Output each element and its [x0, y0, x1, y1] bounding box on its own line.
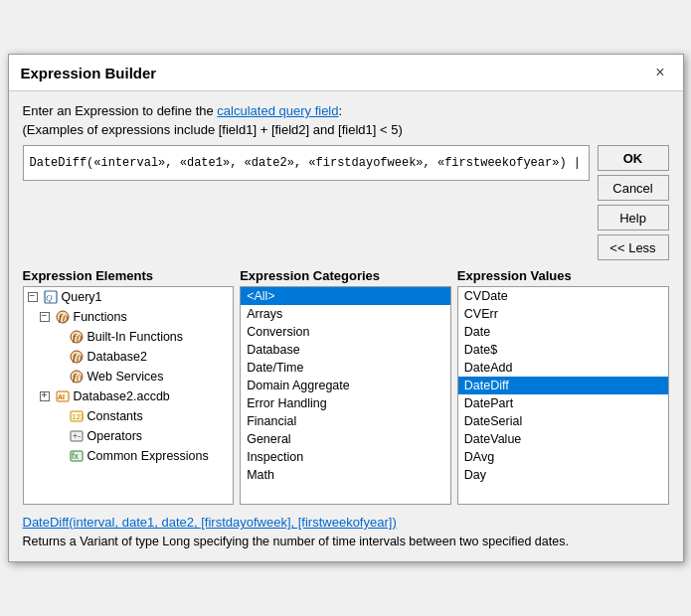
expression-row: OK Cancel Help << Less	[23, 145, 669, 260]
item-label: Operators	[87, 429, 143, 443]
instruction-suffix: :	[339, 103, 343, 118]
svg-text:AI: AI	[58, 393, 65, 400]
panels-row: Expression Elements Q Query1 f(	[23, 268, 669, 505]
item-label: Database2	[87, 350, 147, 364]
value-item[interactable]: DatePart	[458, 394, 668, 412]
constants-icon: 123	[69, 408, 85, 424]
item-label: Database2.accdb	[74, 389, 170, 403]
tree-item-common-expressions[interactable]: fx Common Expressions	[24, 446, 234, 466]
category-item[interactable]: Database	[241, 341, 450, 359]
help-button[interactable]: Help	[598, 205, 669, 231]
item-label: Built-In Functions	[87, 330, 184, 344]
svg-text:(): ()	[77, 334, 83, 343]
tree-item-web-services[interactable]: f() Web Services	[24, 367, 234, 386]
category-item[interactable]: Date/Time	[241, 359, 450, 377]
values-panel-title: Expression Values	[457, 268, 669, 283]
item-label: Functions	[74, 310, 127, 324]
expression-builder-dialog: Expression Builder × Enter an Expression…	[8, 54, 684, 562]
svg-text:(): ()	[63, 314, 69, 323]
expression-values-panel: Expression Values CVDateCVErrDateDate$Da…	[457, 268, 669, 505]
value-item[interactable]: Date$	[458, 341, 668, 359]
category-item[interactable]: Domain Aggregate	[241, 377, 450, 394]
tree-item-database2-func[interactable]: f() Database2	[24, 347, 234, 367]
tree-item-functions[interactable]: f() Functions	[24, 307, 234, 327]
builtin-func-icon: f()	[69, 329, 85, 345]
function-signature[interactable]: DateDiff(interval, date1, date2, [firstd…	[23, 515, 669, 530]
expression-elements-panel: Expression Elements Q Query1 f(	[23, 268, 235, 505]
category-item[interactable]: Arrays	[241, 305, 450, 323]
tree-item-database2-accdb[interactable]: AI Database2.accdb	[24, 386, 234, 406]
cancel-button[interactable]: Cancel	[598, 175, 669, 201]
svg-text:Q: Q	[46, 293, 53, 303]
value-item[interactable]: DateValue	[458, 430, 668, 448]
value-item[interactable]: CVErr	[458, 305, 668, 323]
function-description: Returns a Variant of type Long specifyin…	[23, 534, 669, 551]
collapse-icon	[28, 292, 38, 302]
category-item[interactable]: Math	[241, 466, 450, 484]
categories-list[interactable]: <All>ArraysConversionDatabaseDate/TimeDo…	[240, 286, 451, 505]
value-item[interactable]: DateDiff	[458, 377, 668, 394]
expression-categories-panel: Expression Categories <All>ArraysConvers…	[240, 268, 451, 505]
bottom-section: DateDiff(interval, date1, date2, [firstd…	[23, 515, 669, 551]
value-item[interactable]: DAvg	[458, 448, 668, 466]
item-label: Query1	[62, 290, 102, 304]
categories-panel-title: Expression Categories	[240, 268, 451, 283]
svg-text:(): ()	[77, 374, 83, 383]
item-label: Web Services	[87, 370, 164, 384]
calculated-query-field-link[interactable]: calculated query field	[217, 103, 338, 118]
svg-text:(): ()	[77, 354, 83, 363]
value-item[interactable]: DateAdd	[458, 359, 668, 377]
collapse-icon	[40, 312, 50, 322]
elements-panel-title: Expression Elements	[23, 268, 235, 283]
category-item[interactable]: <All>	[241, 287, 450, 305]
tree-item-operators[interactable]: +- Operators	[24, 426, 234, 446]
category-item[interactable]: Conversion	[241, 323, 450, 341]
category-item[interactable]: Financial	[241, 412, 450, 430]
instruction-prefix: Enter an Expression to define the	[23, 103, 218, 118]
examples-text: (Examples of expressions include [field1…	[23, 122, 669, 137]
item-label: Constants	[87, 409, 143, 423]
item-label: Common Expressions	[87, 449, 209, 463]
value-item[interactable]: CVDate	[458, 287, 668, 305]
common-expr-icon: fx	[69, 448, 85, 464]
tree-item-query1[interactable]: Q Query1	[24, 287, 234, 307]
value-item[interactable]: Date	[458, 323, 668, 341]
less-button[interactable]: << Less	[598, 234, 669, 260]
svg-text:+-: +-	[73, 431, 81, 441]
web-services-icon: f()	[69, 369, 85, 385]
category-item[interactable]: General	[241, 430, 450, 448]
operators-icon: +-	[69, 428, 85, 444]
dialog-body: Enter an Expression to define the calcul…	[9, 91, 683, 561]
values-list[interactable]: CVDateCVErrDateDate$DateAddDateDiffDateP…	[457, 286, 669, 505]
button-column: OK Cancel Help << Less	[598, 145, 669, 260]
tree-item-constants[interactable]: 123 Constants	[24, 406, 234, 426]
expand-icon	[40, 391, 50, 401]
close-button[interactable]: ×	[649, 63, 670, 82]
svg-text:123: 123	[72, 412, 84, 421]
category-item[interactable]: Error Handling	[241, 394, 450, 412]
tree-item-builtin-functions[interactable]: f() Built-In Functions	[24, 327, 234, 347]
ok-button[interactable]: OK	[598, 145, 669, 171]
instructions-line1: Enter an Expression to define the calcul…	[23, 103, 669, 118]
title-bar: Expression Builder ×	[9, 55, 683, 91]
expression-input[interactable]	[23, 145, 590, 181]
database2-func-icon: f()	[69, 349, 85, 365]
query-icon: Q	[43, 289, 59, 305]
func-folder-icon: f()	[55, 309, 71, 325]
category-item[interactable]: Inspection	[241, 448, 450, 466]
svg-text:fx: fx	[72, 451, 80, 461]
value-item[interactable]: Day	[458, 466, 668, 484]
accdb-icon: AI	[55, 388, 71, 404]
elements-list[interactable]: Q Query1 f() Functions	[23, 286, 235, 505]
value-item[interactable]: DateSerial	[458, 412, 668, 430]
dialog-title: Expression Builder	[21, 65, 157, 81]
